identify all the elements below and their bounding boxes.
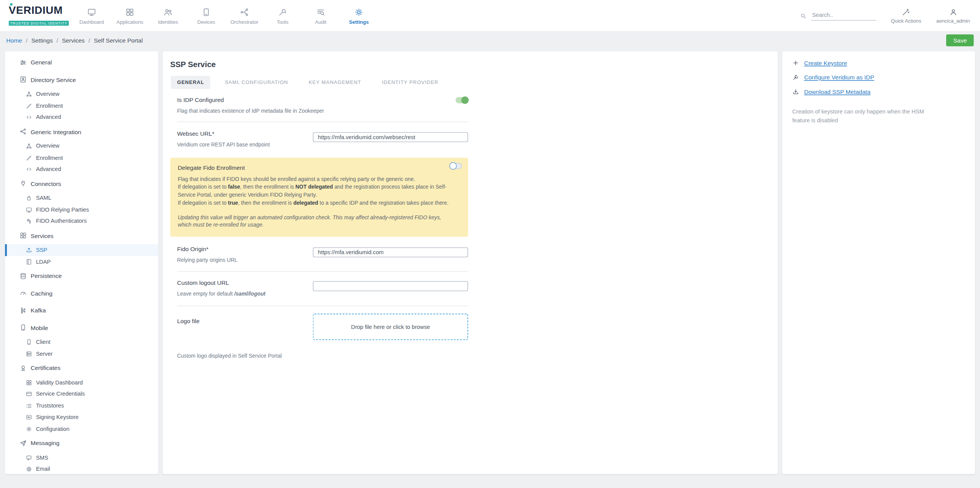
tab-key-management[interactable]: KEY MANAGEMENT xyxy=(303,76,368,89)
share-icon xyxy=(20,128,27,136)
breadcrumb-separator: / xyxy=(57,37,58,44)
nav-item-tools[interactable]: Tools xyxy=(264,6,302,25)
sidebar-item-client[interactable]: Client xyxy=(5,336,158,348)
quick-actions-button[interactable]: Quick Actions xyxy=(891,8,921,23)
sidebar-item-general[interactable]: General xyxy=(5,54,158,71)
sidebar-item-service-credentials[interactable]: Service Credentials xyxy=(5,388,158,400)
nav-item-settings[interactable]: Settings xyxy=(340,6,378,25)
sidebar-item-label: Certificates xyxy=(31,365,61,371)
sidebar-item-saml[interactable]: SAML xyxy=(5,192,158,204)
sidebar-item-persistence[interactable]: Persistence xyxy=(5,267,158,284)
sidebar-item-fido-authenticators[interactable]: FIDO Authenticators xyxy=(5,215,158,227)
sidebar-item-overview[interactable]: Overview xyxy=(5,140,158,152)
sidebar-item-label: Generic Integration xyxy=(31,128,81,135)
tab-saml-configuration[interactable]: SAML CONFIGURATION xyxy=(219,76,295,89)
custom-logout-url-description: Leave empty for default /saml/logout xyxy=(177,290,305,298)
sidebar-item-enrollment[interactable]: Enrollment xyxy=(5,100,158,112)
delegate-fido-toggle[interactable] xyxy=(449,163,462,169)
sidebar-item-caching[interactable]: Caching xyxy=(5,284,158,302)
sidebar-item-mobile[interactable]: Mobile xyxy=(5,319,158,336)
right-panel: Create KeystoreConfigure Veridium as IDP… xyxy=(782,51,975,474)
custom-logout-url-input[interactable] xyxy=(313,281,468,291)
tools-icon xyxy=(278,8,287,17)
breadcrumb-separator: / xyxy=(88,37,90,44)
sidebar-item-sms[interactable]: SMS xyxy=(5,452,158,463)
kafka-icon xyxy=(20,307,27,314)
breadcrumb-services[interactable]: Services xyxy=(62,37,85,44)
search-input[interactable] xyxy=(811,11,876,21)
devices-icon xyxy=(202,8,211,17)
fingerprint-icon xyxy=(26,218,32,224)
sidebar-item-label: SMS xyxy=(36,454,48,460)
sidebar-item-validity-dashboard[interactable]: Validity Dashboard xyxy=(5,376,158,388)
action-link-label: Download SSP Metadata xyxy=(804,88,870,95)
sidebar-item-label: Configuration xyxy=(36,426,69,432)
sidebar-item-certificates[interactable]: Certificates xyxy=(5,360,158,377)
sidebar-item-fido-relying-parties[interactable]: FIDO Relying Parties xyxy=(5,204,158,215)
sidebar-item-label: Email xyxy=(36,466,50,472)
tab-general[interactable]: GENERAL xyxy=(171,76,210,89)
tab-identity-provider[interactable]: IDENTITY PROVIDER xyxy=(375,76,445,89)
nav-item-devices[interactable]: Devices xyxy=(187,6,225,25)
nav-item-audit[interactable]: Audit xyxy=(302,6,340,25)
gauge-icon xyxy=(20,289,27,297)
sidebar-item-generic-integration[interactable]: Generic Integration xyxy=(5,123,158,140)
save-button[interactable]: Save xyxy=(946,34,973,46)
brand-logo: VERIDIUM TRUSTED DIGITAL IDENTITY xyxy=(0,5,67,26)
action-link-label: Create Keystore xyxy=(804,59,847,66)
nav-item-orchestrator[interactable]: Orchestrator xyxy=(225,6,264,25)
audit-icon xyxy=(316,8,326,17)
breadcrumb-current-page: Self Service Portal xyxy=(94,37,143,44)
sidebar-item-configuration[interactable]: Configuration xyxy=(5,423,158,434)
logo-caption: Custom logo displayed in Self Service Po… xyxy=(177,352,468,358)
delegate-fido-label: Delegate Fido Enrollment xyxy=(178,164,461,171)
user-menu[interactable]: aencica_admin xyxy=(936,8,970,23)
top-bar: VERIDIUM TRUSTED DIGITAL IDENTITY Dashbo… xyxy=(0,0,980,32)
user-icon xyxy=(949,8,957,16)
fido-origin-input[interactable] xyxy=(313,247,468,257)
nav-item-identities[interactable]: Identities xyxy=(149,6,187,25)
sidebar-item-connectors[interactable]: Connectors xyxy=(5,175,158,192)
server-icon xyxy=(26,350,32,357)
tabs: GENERALSAML CONFIGURATIONKEY MANAGEMENTI… xyxy=(171,76,778,89)
keystore-icon xyxy=(26,414,32,421)
sidebar-item-enrollment[interactable]: Enrollment xyxy=(5,152,158,163)
sidebar-item-email[interactable]: Email xyxy=(5,463,158,474)
fido-origin-description: Relying party origins URL xyxy=(177,256,305,264)
logo-dropzone[interactable]: Drop file here or click to browse xyxy=(313,314,468,340)
sidebar-item-truststores[interactable]: Truststores xyxy=(5,400,158,411)
action-link-download-ssp-metadata[interactable]: Download SSP Metadata xyxy=(792,88,965,95)
sidebar-item-advanced[interactable]: Advanced xyxy=(5,112,158,123)
form-row-is-idp-configured: Is IDP Configured Flag that indicates ex… xyxy=(177,91,468,122)
sidebar-item-advanced[interactable]: Advanced xyxy=(5,163,158,175)
card-icon xyxy=(26,391,32,397)
action-link-configure-veridium-as-idp[interactable]: Configure Veridium as IDP xyxy=(792,74,965,81)
sidebar-item-overview[interactable]: Overview xyxy=(5,88,158,100)
nav-item-label: Tools xyxy=(277,20,288,25)
sidebar-item-kafka[interactable]: Kafka xyxy=(5,302,158,319)
wrench-icon xyxy=(792,74,799,81)
is-idp-toggle[interactable] xyxy=(456,97,468,103)
plus-icon xyxy=(792,59,799,66)
websec-url-label: Websec URL* xyxy=(177,130,305,137)
sidebar-item-directory-service[interactable]: Directory Service xyxy=(5,71,158,88)
websec-url-input[interactable] xyxy=(313,132,468,142)
sidebar-item-label: Truststores xyxy=(36,403,64,409)
sidebar-item-messaging[interactable]: Messaging xyxy=(5,435,158,452)
sidebar-item-label: Client xyxy=(36,339,51,345)
sidebar-item-ssp[interactable]: SSP xyxy=(5,244,158,256)
sidebar-item-server[interactable]: Server xyxy=(5,348,158,359)
nav-item-applications[interactable]: Applications xyxy=(111,6,149,25)
search-box xyxy=(800,11,876,21)
nav-item-dashboard[interactable]: Dashboard xyxy=(72,6,111,25)
sidebar-item-ldap[interactable]: LDAP xyxy=(5,256,158,267)
breadcrumb-home[interactable]: Home xyxy=(6,37,22,44)
app-root: VERIDIUM TRUSTED DIGITAL IDENTITY Dashbo… xyxy=(0,0,980,488)
delegate-fido-enrollment-box: Delegate Fido Enrollment Flag that indic… xyxy=(170,158,468,237)
breadcrumb-settings[interactable]: Settings xyxy=(31,37,53,44)
sidebar-item-label: Enrollment xyxy=(36,154,63,161)
sidebar-item-signing-keystore[interactable]: Signing Keystore xyxy=(5,411,158,423)
sidebar-item-services[interactable]: Services xyxy=(5,227,158,244)
action-link-create-keystore[interactable]: Create Keystore xyxy=(792,59,965,66)
sidebar-item-label: Connectors xyxy=(31,180,61,187)
